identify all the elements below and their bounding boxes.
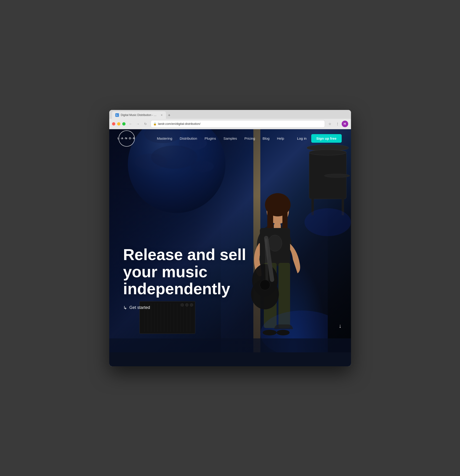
nav-help[interactable]: Help	[277, 136, 284, 140]
scroll-down-button[interactable]: ↓	[339, 323, 342, 329]
hero-section: L·A·N·D·R Mastering Distribution Plugins…	[109, 129, 351, 352]
nav-samples[interactable]: Samples	[223, 136, 237, 140]
signup-button[interactable]: Sign up free	[311, 134, 342, 143]
svg-point-16	[260, 280, 270, 290]
toolbar-icons: ☆ ⋮ H	[327, 121, 348, 127]
headline-line2: your music	[123, 263, 208, 280]
svg-point-18	[263, 330, 277, 335]
login-button[interactable]: Log in	[297, 136, 307, 140]
new-tab-button[interactable]: +	[166, 112, 172, 119]
tab-bar: L Digital Music Distribution - Se... × +	[109, 110, 351, 119]
cta-arrow-icon: ↳	[123, 305, 127, 311]
minimize-window-button[interactable]	[117, 122, 120, 126]
user-avatar[interactable]: H	[342, 121, 348, 127]
hero-headline: Release and sell your music independentl…	[123, 246, 246, 297]
logo-text: L·A·N·D·R	[118, 137, 136, 140]
address-bar[interactable]: 🔒 landr.com/en/digital-distribution/	[151, 120, 325, 128]
headline-line1: Release and sell	[123, 246, 246, 263]
drum-stool	[274, 324, 293, 329]
nav-blog[interactable]: Blog	[263, 136, 269, 140]
nav-plugins[interactable]: Plugins	[204, 136, 216, 140]
close-window-button[interactable]	[112, 122, 115, 126]
maximize-window-button[interactable]	[122, 122, 126, 126]
refresh-button[interactable]: ↻	[142, 121, 149, 127]
browser-toolbar: ← → ↻ 🔒 landr.com/en/digital-distributio…	[109, 119, 351, 129]
nav-pricing[interactable]: Pricing	[245, 136, 255, 140]
svg-point-19	[277, 330, 290, 335]
nav-mastering[interactable]: Mastering	[157, 136, 172, 140]
svg-point-26	[305, 208, 351, 236]
cta-label: Get started	[129, 305, 150, 310]
page-footer-bar	[109, 352, 351, 366]
forward-button[interactable]: →	[135, 121, 141, 127]
hero-cta[interactable]: ↳ Get started	[123, 305, 246, 311]
browser-window: L Digital Music Distribution - Se... × +…	[109, 110, 351, 366]
drum-kit-svg	[305, 129, 351, 269]
traffic-lights	[112, 122, 126, 126]
site-logo[interactable]: L·A·N·D·R	[119, 130, 135, 147]
nav-distribution[interactable]: Distribution	[180, 136, 197, 140]
hero-bottom-bar	[109, 338, 351, 352]
lock-icon: 🔒	[153, 122, 157, 126]
browser-menu-icon[interactable]: ⋮	[334, 121, 341, 127]
tab-label: Digital Music Distribution - Se...	[121, 113, 158, 117]
hero-text-block: Release and sell your music independentl…	[123, 246, 246, 310]
tab-favicon-icon: L	[115, 113, 119, 117]
nav-links: Mastering Distribution Plugins Samples P…	[144, 136, 297, 140]
nav-actions: Log in Sign up free	[297, 134, 342, 143]
drum-kit-area	[305, 129, 351, 269]
back-button[interactable]: ←	[127, 121, 134, 127]
headline-line3: independently	[123, 280, 230, 298]
bookmark-icon[interactable]: ☆	[327, 121, 333, 127]
tab-close-icon[interactable]: ×	[161, 113, 163, 117]
browser-tab[interactable]: L Digital Music Distribution - Se... ×	[112, 111, 166, 119]
url-text: landr.com/en/digital-distribution/	[158, 122, 322, 126]
browser-nav: ← → ↻	[127, 121, 149, 127]
svg-point-22	[309, 150, 346, 155]
svg-point-7	[268, 235, 282, 251]
svg-point-25	[324, 174, 350, 178]
site-navigation: L·A·N·D·R Mastering Distribution Plugins…	[109, 129, 351, 148]
website-content: L·A·N·D·R Mastering Distribution Plugins…	[109, 129, 351, 366]
